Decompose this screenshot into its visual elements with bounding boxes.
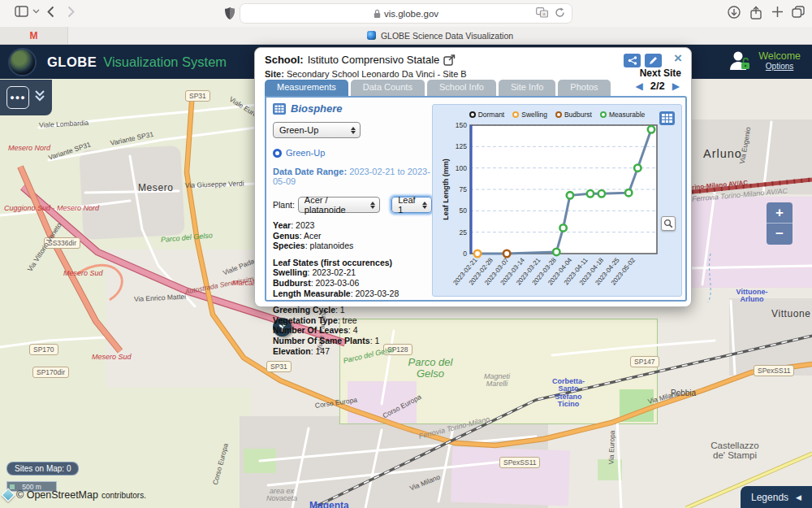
svg-text:0: 0 xyxy=(463,250,467,258)
legend-item-budburst: Budburst xyxy=(555,111,592,119)
map-label: Via Europa xyxy=(608,430,616,464)
greenup-radio[interactable] xyxy=(273,149,282,158)
plant-label: Plant: xyxy=(273,200,295,210)
tab-photos[interactable]: Photos xyxy=(558,80,610,96)
tab-measurements[interactable]: Measurements xyxy=(265,80,348,96)
back-icon[interactable] xyxy=(47,6,54,18)
next-site-label: Next Site xyxy=(640,67,681,79)
zoom-out-button[interactable]: − xyxy=(767,224,793,245)
site-name: Secondary School Leonardo Da Vinci - Sit… xyxy=(287,69,467,79)
svg-text:Leaf Length (mm): Leaf Length (mm) xyxy=(442,158,450,220)
tab-overview-icon[interactable] xyxy=(792,6,805,18)
lock-icon xyxy=(374,9,381,19)
legends-arrow-icon: ◀ xyxy=(796,493,801,501)
section-title: Biosphere xyxy=(291,102,343,115)
map-label: area ex Novaceta xyxy=(266,488,297,503)
protocol-value: Green-Up xyxy=(279,125,318,135)
open-external-icon[interactable] xyxy=(443,54,456,66)
download-icon[interactable] xyxy=(728,6,741,19)
forward-icon[interactable] xyxy=(67,6,75,18)
field-row: Budburst: 2023-03-06 xyxy=(273,278,432,289)
browser-toolbar: vis.globe.gov a xyxy=(0,0,812,27)
map-label: Viale Lombardia xyxy=(39,119,89,129)
svg-text:125: 125 xyxy=(456,142,467,150)
share-site-button[interactable] xyxy=(624,54,641,67)
tab-school-info[interactable]: School Info xyxy=(427,80,496,96)
user-icon[interactable] xyxy=(728,48,752,72)
leaf-length-chart: 02550751001251502023-02-212023-02-282023… xyxy=(441,123,672,289)
select-arrows-icon xyxy=(351,127,356,134)
map-label: Via Eugenio xyxy=(739,127,753,165)
browser-tab-active[interactable]: GLOBE Science Data Visualization xyxy=(68,27,812,44)
site-pager: ◀ 2/2 ▶ xyxy=(635,80,680,92)
reload-icon[interactable] xyxy=(555,7,565,18)
legends-button[interactable]: Legends◀ xyxy=(741,486,812,508)
field-row: Length Measurable: 2023-03-28 xyxy=(273,289,432,299)
field-row: Swelling: 2023-02-21 xyxy=(273,267,432,278)
zoom-chart-button[interactable] xyxy=(661,216,676,231)
popup-tab-bar: MeasurementsData CountsSchool InfoSite I… xyxy=(265,80,611,96)
measurements-panel: Biosphere Green-Up Green-Up Data Date Ra… xyxy=(265,96,687,302)
map-zoom-control: + − xyxy=(767,202,793,245)
road-ref-badge: SP31 xyxy=(185,90,210,102)
options-link[interactable]: Options xyxy=(758,62,801,71)
map-tool-panel: ●●● xyxy=(0,80,52,115)
chevron-down-icon[interactable] xyxy=(32,9,40,14)
plant-value: Acer / platanoide xyxy=(304,195,367,215)
map-label: Parco del Gelso xyxy=(161,232,214,244)
road-ref-badge: SP170 xyxy=(29,344,58,355)
map-label: Mesero xyxy=(138,183,174,193)
field-row: Greening Cycle: 1 xyxy=(273,305,432,315)
map-provider-icon xyxy=(2,488,15,502)
map-label: Mesero Nord xyxy=(8,145,50,152)
more-tools-button[interactable]: ●●● xyxy=(6,86,29,109)
map-label: Vittuone xyxy=(771,309,811,319)
map-label: Corso Europa xyxy=(382,393,423,420)
share-icon[interactable] xyxy=(750,6,762,20)
school-label: School: xyxy=(265,54,304,66)
browser-tab-strip: M GLOBE Science Data Visualization xyxy=(0,27,812,45)
prev-site-arrow[interactable]: ◀ xyxy=(635,80,642,92)
tab-site-info[interactable]: Site Info xyxy=(499,80,555,96)
map-attribution: © OpenStreetMap contributors. xyxy=(3,489,146,501)
tab-data-counts[interactable]: Data Counts xyxy=(351,80,425,96)
pager-count: 2/2 xyxy=(650,80,665,92)
map-label: Via Milano xyxy=(647,390,680,406)
map-label: Corbetta- Santo Stefano Ticino xyxy=(552,378,585,409)
url-bar[interactable]: vis.globe.gov a xyxy=(240,3,572,24)
magnifier-icon xyxy=(663,219,673,228)
field-groups: Year: 2023Genus: AcerSpecies: platanoide… xyxy=(273,220,432,356)
field-row: Year: 2023 xyxy=(273,220,432,231)
attribution-suffix: contributors. xyxy=(102,491,146,500)
svg-text:150: 150 xyxy=(456,123,467,129)
sidebar-icon[interactable] xyxy=(15,6,28,17)
translate-icon[interactable]: a xyxy=(536,7,548,18)
select-arrows-icon xyxy=(370,202,375,209)
road-ref-badge: SP147 xyxy=(630,356,659,367)
osm-link[interactable]: © OpenStreetMap xyxy=(16,489,98,501)
brand-name: GLOBE xyxy=(47,54,97,70)
map-label: Corso Europa xyxy=(212,443,230,486)
map-label: Arluno xyxy=(703,148,742,160)
leaf-select[interactable]: Leaf 1 xyxy=(391,197,432,213)
edit-site-button[interactable] xyxy=(645,54,662,67)
close-popup-button[interactable]: × xyxy=(674,50,682,67)
plant-select[interactable]: Acer / platanoide xyxy=(298,197,380,213)
map-label: Variante SP31 xyxy=(110,131,154,147)
zoom-in-button[interactable]: + xyxy=(767,202,793,224)
map-label: Vittuone- Arluno xyxy=(736,289,768,304)
road-ref-badge: SPexSS11 xyxy=(754,365,794,376)
protocol-select[interactable]: Green-Up xyxy=(273,122,361,138)
data-date-range: Data Date Range: 2023-02-21 to 2023-05-0… xyxy=(273,167,432,186)
map-label: Via Giuseppe Verdi xyxy=(185,180,244,189)
collapse-chevrons-icon[interactable] xyxy=(34,89,45,104)
site-data-popup: School: Istituto Comprensivo Statale × S… xyxy=(254,47,692,307)
map-label: Via Milano xyxy=(408,474,441,493)
svg-text:100: 100 xyxy=(456,164,467,172)
map-label: Via Enrico Mattei xyxy=(134,293,186,303)
next-site-arrow[interactable]: ▶ xyxy=(672,80,680,92)
shield-icon[interactable] xyxy=(224,7,235,20)
tab-favicon xyxy=(367,31,376,40)
pinned-tab-gmail[interactable]: M xyxy=(0,27,68,44)
new-tab-icon[interactable] xyxy=(771,6,784,18)
